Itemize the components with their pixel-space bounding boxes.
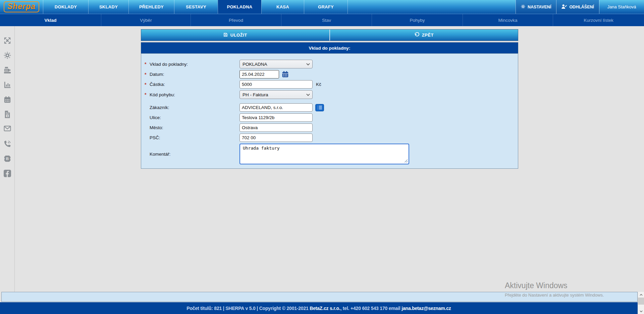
save-button[interactable]: ULOŽIT [141, 30, 329, 41]
subtab-kurzovni-listek[interactable]: Kurzovní lístek [553, 14, 644, 26]
ulice-input[interactable] [239, 113, 313, 122]
pokladna-select[interactable]: POKLADNA [239, 60, 313, 68]
form-row: Město: [145, 123, 518, 132]
field-label: PSČ: [150, 135, 160, 140]
nav-spacer [347, 0, 516, 14]
footer-text: Počet titulů: 821 | SHERPA v 5.0 | Copyr… [186, 306, 310, 311]
chevron-down-icon [306, 63, 310, 65]
vertical-scrollbar[interactable] [638, 292, 644, 314]
tab-doklady[interactable]: DOKLADY [43, 0, 88, 14]
required-marker: * [145, 92, 150, 97]
betaz-badge-icon[interactable]: B [4, 155, 11, 162]
sherpa-logo[interactable]: Sherpa [4, 1, 39, 12]
calendar-picker-button[interactable] [282, 71, 289, 78]
field-label: Ulice: [150, 115, 161, 120]
svg-text:$: $ [6, 114, 8, 117]
chevron-down-icon [306, 94, 310, 96]
field-label: Zákazník: [150, 105, 169, 110]
form-row: * Vklad do pokladny: POKLADNA [145, 60, 518, 68]
form-row: Ulice: [145, 113, 518, 122]
back-label: ZPĚT [422, 33, 434, 38]
sub-nav: Vklad Výběr Převod Stav Pohyby Mincovka … [0, 14, 644, 26]
required-marker: * [145, 82, 150, 87]
facebook-icon[interactable] [4, 170, 11, 177]
form-row: * Kód pohybu: PH - Faktura [145, 90, 518, 99]
logo-cell: Sherpa [0, 0, 43, 14]
field-label: Částka: [150, 82, 165, 87]
top-nav: Sherpa DOKLADY SKLADY PŘEHLEDY SESTAVY P… [0, 0, 644, 14]
user-check-icon [561, 4, 567, 10]
currency-suffix: Kč [316, 82, 321, 87]
deposit-form: ULOŽIT ZPĚT Vklad do pokladny: * Vklad d… [141, 29, 518, 169]
required-marker: * [145, 61, 150, 67]
form-row: Zákazník: [145, 103, 518, 112]
form-toolbar: ULOŽIT ZPĚT [141, 29, 518, 41]
footer-email-link[interactable]: jana.betaz@seznam.cz [401, 306, 451, 311]
form-row: PSČ: [145, 134, 518, 142]
footer-contact: , tel. +420 602 543 170 email [340, 306, 401, 311]
logout-label: ODHLÁŠENÍ [569, 5, 594, 9]
scrollbar-up-icon[interactable] [638, 292, 644, 298]
invoice-dollar-icon[interactable]: $ [4, 111, 11, 118]
komentar-textarea[interactable]: Uhrada faktury [239, 144, 409, 164]
save-label: ULOŽIT [230, 33, 247, 38]
tab-sestavy[interactable]: SESTAVY [174, 0, 218, 14]
phone-volume-icon[interactable] [4, 140, 11, 148]
envelope-icon[interactable] [4, 125, 11, 133]
form-row: * Částka: Kč [145, 80, 518, 89]
tab-prehledy[interactable]: PŘEHLEDY [128, 0, 174, 14]
field-label: Vklad do pokladny: [150, 62, 188, 67]
select-value: POKLADNA [243, 62, 267, 67]
field-label: Datum: [150, 72, 164, 77]
subtab-prevod[interactable]: Převod [191, 14, 281, 26]
bottom-light-bar [1, 292, 638, 302]
select-value: PH - Faktura [243, 92, 268, 97]
subtab-vklad[interactable]: Vklad [0, 14, 101, 26]
datum-input[interactable] [239, 70, 279, 78]
undo-icon [414, 32, 419, 38]
sidebar-toolbar: $ B [0, 26, 15, 292]
mesto-input[interactable] [239, 123, 313, 132]
field-label: Komentář: [150, 152, 170, 157]
kod-pohybu-select[interactable]: PH - Faktura [239, 90, 313, 99]
settings-label: NASTAVENÍ [528, 5, 551, 9]
logout-button[interactable]: ODHLÁŠENÍ [556, 0, 599, 14]
back-button[interactable]: ZPĚT [329, 30, 518, 41]
logged-in-user: Jana Staňková [599, 0, 644, 14]
psc-input[interactable] [239, 134, 313, 142]
subtab-mincovka[interactable]: Mincovka [463, 14, 553, 26]
scrollbar-thumb[interactable] [638, 298, 644, 305]
cash-register-icon[interactable] [4, 66, 11, 74]
castka-input[interactable] [239, 80, 313, 89]
field-label: Město: [150, 125, 163, 130]
tab-kasa[interactable]: KASA [261, 0, 304, 14]
form-row: Komentář: Uhrada faktury [145, 144, 518, 164]
subtab-vyber[interactable]: Výběr [101, 14, 191, 26]
gear-icon[interactable] [4, 52, 11, 59]
field-label: Kód pohybu: [150, 92, 175, 97]
tab-grafy[interactable]: GRAFY [304, 0, 347, 14]
scrollbar-down-icon[interactable] [638, 308, 644, 314]
zakaznik-input[interactable] [239, 103, 313, 112]
calendar-icon[interactable] [4, 96, 11, 103]
subtab-stav[interactable]: Stav [281, 14, 372, 26]
tab-sklady[interactable]: SKLADY [88, 0, 128, 14]
bar-chart-icon[interactable] [4, 81, 11, 89]
required-marker: * [145, 72, 150, 77]
footer-brand: BetaZ.cz s.r.o. [310, 306, 340, 311]
svg-text:B: B [6, 157, 8, 161]
form-title: Vklad do pokladny: [141, 42, 518, 53]
form-body: * Vklad do pokladny: POKLADNA * Datum: [141, 53, 518, 169]
subtab-pohyby[interactable]: Pohyby [372, 14, 463, 26]
settings-button[interactable]: NASTAVENÍ [516, 0, 556, 14]
tab-pokladna[interactable]: POKLADNA [218, 0, 261, 14]
gear-icon [521, 4, 525, 10]
form-row: * Datum: [145, 70, 518, 78]
main-area: $ B ULOŽIT ZPĚT Vklad do pokladny: * Vkl… [0, 26, 644, 292]
expand-arrows-icon[interactable] [4, 37, 11, 44]
floppy-icon [223, 33, 228, 38]
footer: Počet titulů: 821 | SHERPA v 5.0 | Copyr… [0, 302, 638, 314]
customer-lookup-button[interactable] [315, 104, 324, 111]
bottom-frame: Počet titulů: 821 | SHERPA v 5.0 | Copyr… [0, 292, 644, 314]
